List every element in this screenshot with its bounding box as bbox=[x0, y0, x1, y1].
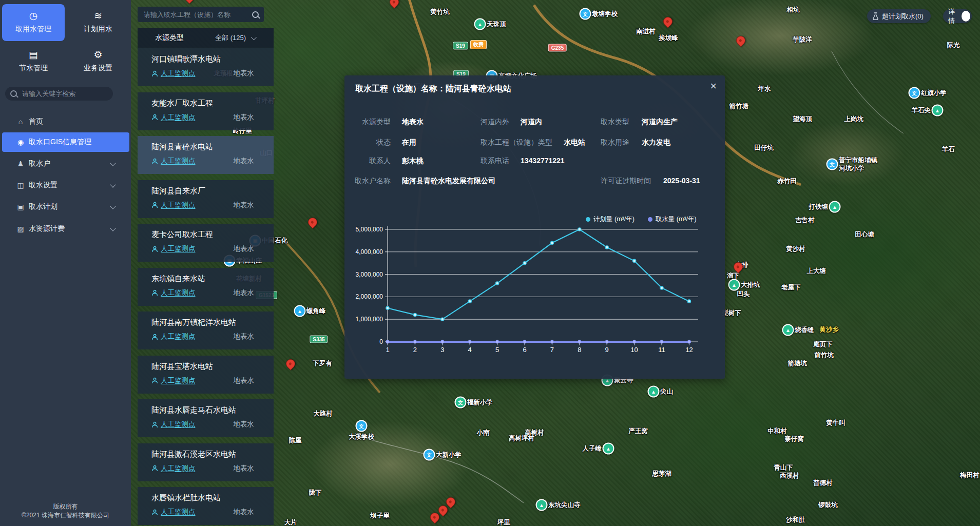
water-source-type: 地表水 bbox=[234, 332, 255, 341]
map-place-label: 严王窝 bbox=[628, 427, 648, 436]
manual-monitor-link[interactable]: 人工监测点 bbox=[151, 420, 196, 429]
sidebar-item-home[interactable]: ⌂ 首页 bbox=[2, 112, 129, 131]
map-place-label: 庵页下 bbox=[813, 340, 833, 349]
sidebar-item-water-users[interactable]: ♟ 取水户 bbox=[2, 154, 129, 173]
search-icon[interactable] bbox=[252, 11, 259, 18]
list-item[interactable]: 陆河县南万镇杞洋水电站人工监测点地表水 bbox=[138, 311, 274, 349]
modal-field: 取水类型河道内生产 bbox=[601, 118, 678, 127]
map-place-label: 箭塘坑 bbox=[787, 359, 807, 368]
list-item[interactable]: 陆河县激石溪老区水电站人工监测点地表水 bbox=[138, 443, 274, 481]
manual-monitor-link[interactable]: 人工监测点 bbox=[151, 332, 196, 341]
manual-monitor-link[interactable]: 人工监测点 bbox=[151, 288, 196, 298]
list-item[interactable]: 陆河县水唇走马石水电站人工监测点地表水 bbox=[138, 399, 274, 437]
map-pin[interactable] bbox=[388, 0, 400, 9]
poi-label: 普宁市船埔镇 河坑小学 bbox=[839, 156, 877, 172]
sidebar-item-water-billing[interactable]: ▨ 水资源计费 bbox=[2, 219, 129, 239]
map-place-label: 陈屋 bbox=[289, 436, 302, 445]
manual-monitor-link[interactable]: 人工监测点 bbox=[151, 464, 196, 473]
person-icon bbox=[151, 158, 158, 165]
field-label: 状态 bbox=[344, 138, 391, 147]
close-icon[interactable]: × bbox=[710, 80, 717, 93]
map-place-label: 黄沙村 bbox=[786, 245, 805, 254]
sidebar-item-intake-plan[interactable]: ▣ 取水计划 bbox=[2, 197, 129, 217]
map-place-label: 挨坺峰 bbox=[659, 34, 678, 43]
map-place-label: 前竹坑 bbox=[814, 351, 834, 360]
person-icon bbox=[151, 246, 158, 252]
field-value: 2025-03-31 bbox=[663, 177, 700, 185]
home-icon: ⌂ bbox=[15, 118, 26, 126]
list-item[interactable]: 陆河县自来水厂人工监测点地表水 bbox=[138, 180, 274, 218]
svg-text:1,000,000: 1,000,000 bbox=[356, 316, 383, 323]
map-pin[interactable] bbox=[306, 216, 319, 228]
module-water-saving-mgmt[interactable]: ▤ 节水管理 bbox=[2, 43, 65, 80]
person-icon bbox=[151, 509, 158, 516]
list-item[interactable]: 陆河县青砼水电站人工监测点地表水 bbox=[138, 136, 274, 174]
map-place-label: 赤竹田 bbox=[777, 177, 797, 186]
station-name: 东坑镇自来水站 bbox=[151, 274, 254, 284]
chevron-down-icon bbox=[251, 34, 257, 40]
chart: 01,000,0002,000,0003,000,0004,000,0005,0… bbox=[352, 213, 717, 361]
toggle-knob[interactable] bbox=[962, 11, 970, 22]
station-name: 陆河县南万镇杞洋水电站 bbox=[151, 318, 254, 327]
manual-monitor-link[interactable]: 人工监测点 bbox=[151, 376, 196, 385]
map-place-label: 下罗有 bbox=[313, 359, 332, 368]
list-item[interactable]: 河口镇唱歌潭水电站人工监测点地表水 bbox=[138, 48, 274, 86]
over-plan-label: 超计划取水(0) bbox=[882, 12, 924, 21]
filter-value[interactable]: 全部 (125) bbox=[215, 33, 246, 43]
field-value: 水力发电 bbox=[642, 138, 670, 146]
modal-field: 联系电话13432771221 bbox=[481, 157, 565, 166]
sidebar-item-gis-info[interactable]: ◉ 取水口GIS信息管理 bbox=[2, 132, 129, 152]
station-search-input[interactable] bbox=[143, 10, 252, 19]
manual-monitor-link[interactable]: 人工监测点 bbox=[151, 508, 196, 517]
list-item[interactable]: 麦卡公司取水工程人工监测点地表水 bbox=[138, 224, 274, 262]
map-place-label: 南进村 bbox=[636, 27, 656, 36]
poi-label: 大新小学 bbox=[436, 451, 462, 459]
list-item[interactable]: 陆河县宝塔水电站人工监测点地表水 bbox=[138, 356, 274, 394]
modal-field: 状态在用 bbox=[344, 138, 416, 147]
keyword-search-input[interactable] bbox=[21, 89, 113, 98]
map-pin[interactable] bbox=[284, 357, 297, 370]
field-label: 取水类型 bbox=[601, 118, 629, 126]
water-source-filter[interactable]: 水源类型 全部 (125) bbox=[138, 28, 274, 48]
list-item[interactable]: 友能水厂取水工程人工监测点地表水 bbox=[138, 92, 274, 130]
poi-blue-icon: 文 bbox=[580, 8, 591, 20]
water-source-type: 地表水 bbox=[234, 113, 255, 122]
sidebar-item-intake-settings[interactable]: ◫ 取水设置 bbox=[2, 176, 129, 195]
module-business-settings[interactable]: ⚙ 业务设置 bbox=[67, 43, 129, 80]
module-planned-water[interactable]: ≋ 计划用水 bbox=[67, 4, 129, 41]
field-label: 取水户名称 bbox=[344, 177, 391, 186]
sidebar: ◷ 取用水管理 ≋ 计划用水 ▤ 节水管理 ⚙ 业务设置 ⌂ 首页 ◉ 取水口G… bbox=[0, 0, 131, 526]
list-item[interactable]: 水唇镇水栏肚水电站人工监测点地表水 bbox=[138, 487, 274, 525]
map-place-label: 田仔坑 bbox=[754, 144, 774, 152]
over-plan-intake-button[interactable]: 超计划取水(0) bbox=[867, 9, 931, 23]
station-name: 友能水厂取水工程 bbox=[151, 99, 254, 108]
map-pin[interactable] bbox=[183, 0, 196, 4]
manual-monitor-link[interactable]: 人工监测点 bbox=[151, 201, 196, 210]
person-icon bbox=[151, 202, 158, 208]
svg-text:2: 2 bbox=[413, 346, 417, 354]
detail-toggle[interactable]: 详情 bbox=[943, 9, 972, 23]
list-item[interactable]: 东坑镇自来水站人工监测点地表水 bbox=[138, 268, 274, 306]
field-label: 取水用途 bbox=[601, 138, 629, 146]
map-place-label: 高树坪村 bbox=[509, 434, 534, 443]
keyword-search-box bbox=[5, 87, 113, 101]
map-place-label: 箭竹塘 bbox=[729, 102, 748, 111]
map-pin[interactable] bbox=[734, 34, 747, 47]
svg-text:4: 4 bbox=[468, 346, 472, 354]
poi-label: 墩塘学校 bbox=[592, 10, 618, 18]
manual-monitor-link[interactable]: 人工监测点 bbox=[151, 157, 196, 166]
manual-monitor-link[interactable]: 人工监测点 bbox=[151, 244, 196, 254]
field-value: 地表水 bbox=[402, 118, 424, 126]
location-pin-icon: ◉ bbox=[15, 138, 26, 146]
map-pin[interactable] bbox=[661, 15, 674, 28]
module-water-intake-mgmt[interactable]: ◷ 取用水管理 bbox=[2, 4, 65, 41]
poi-label: 东坑尖山寺 bbox=[548, 501, 581, 509]
water-source-type: 地表水 bbox=[234, 508, 255, 517]
search-icon[interactable] bbox=[10, 90, 17, 97]
station-name: 河口镇唱歌潭水电站 bbox=[151, 54, 254, 64]
road-badge: G235 bbox=[548, 44, 567, 52]
poi-label: 大排坑 bbox=[741, 281, 760, 289]
manual-monitor-link[interactable]: 人工监测点 bbox=[151, 69, 196, 78]
map-place-label: 寨仔窝 bbox=[784, 435, 804, 443]
manual-monitor-link[interactable]: 人工监测点 bbox=[151, 113, 196, 122]
